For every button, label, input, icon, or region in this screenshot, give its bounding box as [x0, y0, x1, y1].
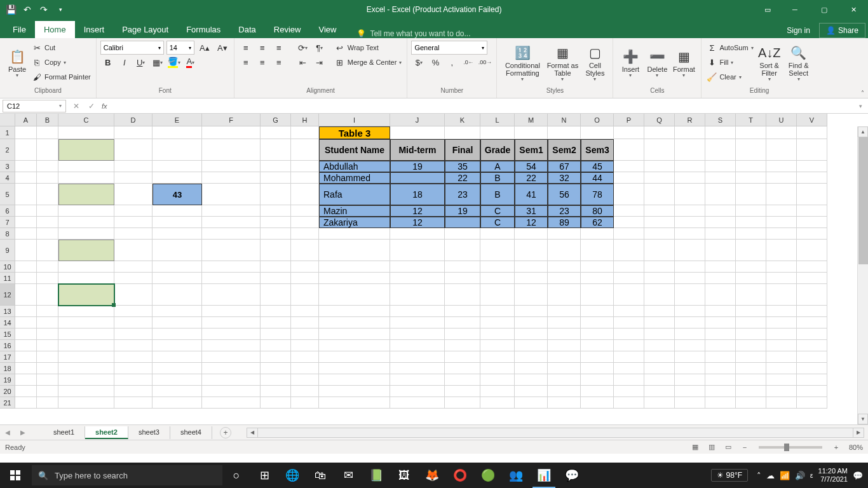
cell-H2[interactable]	[291, 139, 319, 161]
cell-F21[interactable]	[202, 397, 261, 409]
cell-L19[interactable]	[480, 374, 515, 386]
cell-E7[interactable]	[153, 217, 202, 228]
cell-K17[interactable]	[445, 351, 480, 363]
cell-F19[interactable]	[202, 374, 261, 386]
cell-U18[interactable]	[766, 363, 797, 374]
mail-icon[interactable]: ✉	[334, 463, 362, 488]
save-icon[interactable]: 💾	[4, 3, 18, 17]
cell-L21[interactable]	[480, 397, 515, 409]
publisher-icon[interactable]: 📗	[362, 463, 390, 488]
cell-L20[interactable]	[480, 386, 515, 397]
cell-A6[interactable]	[15, 205, 37, 217]
cell-B11[interactable]	[37, 273, 58, 284]
cell-D20[interactable]	[114, 386, 153, 397]
col-header-C[interactable]: C	[58, 114, 114, 126]
cell-V18[interactable]	[797, 363, 827, 374]
cell-G2[interactable]	[261, 139, 291, 161]
col-header-Q[interactable]: Q	[644, 114, 675, 126]
cell-A20[interactable]	[15, 386, 37, 397]
borders-button[interactable]: ▦	[150, 55, 165, 69]
align-center-icon[interactable]: ≡	[255, 55, 270, 69]
cell-N15[interactable]	[548, 329, 581, 340]
cell-M12[interactable]	[515, 284, 548, 306]
cell-R5[interactable]	[675, 184, 705, 205]
cell-T17[interactable]	[736, 351, 766, 363]
taskbar-search[interactable]: 🔍 Type here to search	[32, 465, 222, 485]
cell-A16[interactable]	[15, 340, 37, 351]
cell-C2[interactable]	[58, 139, 114, 161]
cell-I10[interactable]	[319, 261, 390, 273]
cell-P3[interactable]	[614, 161, 644, 172]
cell-S12[interactable]	[705, 284, 736, 306]
cell-D17[interactable]	[114, 351, 153, 363]
cell-C15[interactable]	[58, 329, 114, 340]
cell-M20[interactable]	[515, 386, 548, 397]
cell-P8[interactable]	[614, 228, 644, 240]
cell-L17[interactable]	[480, 351, 515, 363]
cell-H5[interactable]	[291, 184, 319, 205]
cell-E15[interactable]	[153, 329, 202, 340]
cell-N13[interactable]	[548, 306, 581, 317]
cell-P18[interactable]	[614, 363, 644, 374]
cell-B10[interactable]	[37, 261, 58, 273]
cell-D18[interactable]	[114, 363, 153, 374]
cell-D4[interactable]	[114, 172, 153, 184]
page-layout-icon[interactable]: ▥	[704, 442, 719, 453]
cell-N11[interactable]	[548, 273, 581, 284]
cell-M10[interactable]	[515, 261, 548, 273]
cell-T8[interactable]	[736, 228, 766, 240]
cell-P10[interactable]	[614, 261, 644, 273]
cell-O11[interactable]	[581, 273, 614, 284]
cell-P14[interactable]	[614, 317, 644, 329]
cell-N8[interactable]	[548, 228, 581, 240]
cell-G19[interactable]	[261, 374, 291, 386]
cell-S5[interactable]	[705, 184, 736, 205]
cell-B1[interactable]	[37, 126, 58, 139]
fill-handle[interactable]	[112, 303, 116, 307]
cell-Q12[interactable]	[644, 284, 675, 306]
cell-J8[interactable]	[390, 228, 445, 240]
cell-O15[interactable]	[581, 329, 614, 340]
table-row[interactable]: 12	[515, 217, 548, 228]
col-header-V[interactable]: V	[797, 114, 827, 126]
cell-J16[interactable]	[390, 340, 445, 351]
cell-D8[interactable]	[114, 228, 153, 240]
cell-T12[interactable]	[736, 284, 766, 306]
cell-F8[interactable]	[202, 228, 261, 240]
cell-H10[interactable]	[291, 261, 319, 273]
cell-K15[interactable]	[445, 329, 480, 340]
cell-L13[interactable]	[480, 306, 515, 317]
cell-I14[interactable]	[319, 317, 390, 329]
cell-I8[interactable]	[319, 228, 390, 240]
table-row[interactable]: 62	[581, 217, 614, 228]
cell-F14[interactable]	[202, 317, 261, 329]
cell-M8[interactable]	[515, 228, 548, 240]
cell-O14[interactable]	[581, 317, 614, 329]
delete-cells-button[interactable]: ➖Delete	[644, 41, 670, 85]
row-header-11[interactable]: 11	[0, 273, 15, 284]
cell-Q1[interactable]	[644, 126, 675, 139]
cell-R17[interactable]	[675, 351, 705, 363]
cell-G11[interactable]	[261, 273, 291, 284]
cell-O16[interactable]	[581, 340, 614, 351]
row-header-19[interactable]: 19	[0, 374, 15, 386]
cell-V19[interactable]	[797, 374, 827, 386]
paste-button[interactable]: 📋 Paste	[4, 41, 31, 85]
cell-G3[interactable]	[261, 161, 291, 172]
redo-icon[interactable]: ↷	[37, 3, 51, 17]
cell-T15[interactable]	[736, 329, 766, 340]
cell-B4[interactable]	[37, 172, 58, 184]
cell-B5[interactable]	[37, 184, 58, 205]
cell-E21[interactable]	[153, 397, 202, 409]
cell-K9[interactable]	[445, 240, 480, 261]
zoom-in-button[interactable]: +	[829, 442, 844, 453]
cell-U2[interactable]	[766, 139, 797, 161]
row-header-13[interactable]: 13	[0, 306, 15, 317]
cell-H18[interactable]	[291, 363, 319, 374]
table-header-3[interactable]: Grade	[480, 139, 515, 161]
cell-H19[interactable]	[291, 374, 319, 386]
number-format-select[interactable]: General▾	[411, 41, 487, 55]
hscroll-right[interactable]: ▶	[853, 428, 864, 437]
cell-M1[interactable]	[515, 126, 548, 139]
cell-B13[interactable]	[37, 306, 58, 317]
